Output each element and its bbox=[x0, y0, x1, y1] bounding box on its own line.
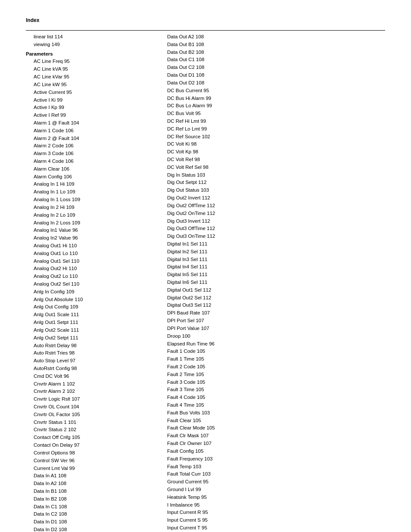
list-item: DC Volt Ki 98 bbox=[159, 140, 284, 148]
list-item: DPI Port Value 107 bbox=[159, 325, 284, 333]
right-column: Data Out A2 108Data Out B1 108Data Out B… bbox=[155, 33, 284, 532]
list-item: Droop 100 bbox=[159, 333, 284, 340]
list-item: Dig Out3 OnTime 112 bbox=[159, 233, 284, 240]
list-item: Analog In 1 Lo 109 bbox=[26, 188, 146, 196]
list-item: Contact Off Cnfg 105 bbox=[26, 434, 146, 442]
list-item: Analog Out1 Sel 110 bbox=[26, 258, 146, 265]
list-item: Analog Out2 Hi 110 bbox=[26, 265, 146, 273]
list-item: Digital In4 Sel 111 bbox=[159, 263, 284, 271]
list-item: Anlg Out Absolute 110 bbox=[26, 296, 146, 304]
list-item: DC Bus Volt 95 bbox=[159, 110, 284, 118]
list-item: Analog In1 Value 96 bbox=[26, 227, 146, 234]
list-item: Anlg Out Config 109 bbox=[26, 303, 146, 311]
list-item: Contact On Delay 97 bbox=[26, 442, 146, 449]
list-item: Auto Rstrt Delay 98 bbox=[26, 342, 146, 350]
list-item: Fault 1 Code 105 bbox=[159, 348, 284, 355]
list-item: Anlg In Config 109 bbox=[26, 288, 146, 296]
list-item: Fault Total Curr 103 bbox=[159, 470, 284, 478]
list-item: Digital In2 Sel 111 bbox=[159, 248, 284, 256]
list-item: Data In A2 108 bbox=[26, 480, 146, 488]
list-item: Control SW Ver 96 bbox=[26, 457, 146, 465]
list-item: Dig Out2 OffTime 112 bbox=[159, 202, 284, 210]
list-item: Analog In2 Value 96 bbox=[26, 234, 146, 242]
list-item: linear list 114 bbox=[26, 33, 146, 41]
list-item: Cnvrtr Logic Rslt 107 bbox=[26, 395, 146, 403]
page-container: Index linear list 114viewing 149Paramete… bbox=[0, 0, 411, 532]
list-item: Fault Clr Owner 107 bbox=[159, 440, 284, 448]
list-item: Digital Out1 Sel 112 bbox=[159, 286, 284, 294]
list-item: Data In C1 108 bbox=[26, 503, 146, 511]
list-item: Data Out C2 108 bbox=[159, 64, 284, 72]
list-item: Alarm 3 Code 106 bbox=[26, 150, 146, 158]
list-item: Active I Ki 99 bbox=[26, 96, 146, 104]
list-item: Data In B1 108 bbox=[26, 488, 146, 495]
list-item: Analog In 1 Loss 109 bbox=[26, 196, 146, 204]
left-column: linear list 114viewing 149ParametersAC L… bbox=[26, 33, 155, 532]
list-item: Fault 1 Time 105 bbox=[159, 355, 284, 363]
list-item: Fault 2 Code 105 bbox=[159, 363, 284, 371]
list-item: Digital In1 Sel 111 bbox=[159, 240, 284, 248]
list-item: Analog In 2 Loss 109 bbox=[26, 219, 146, 227]
list-item: Digital In5 Sel 111 bbox=[159, 271, 284, 279]
header-label: Index bbox=[26, 17, 385, 23]
list-item: Dig Out3 OffTime 112 bbox=[159, 225, 284, 233]
list-item: Alarm 4 Code 106 bbox=[26, 158, 146, 165]
list-item: Digital In6 Sel 111 bbox=[159, 279, 284, 286]
list-item: DC Bus Hi Alarm 99 bbox=[159, 95, 284, 103]
list-item: Alarm Config 106 bbox=[26, 173, 146, 181]
list-item: Dig Out2 Invert 112 bbox=[159, 194, 284, 202]
list-item: Cmd DC Volt 96 bbox=[26, 373, 146, 380]
list-item: Data Out B2 108 bbox=[159, 49, 284, 56]
list-item: Active I Ref 99 bbox=[26, 112, 146, 119]
list-item: AC Line Freq 95 bbox=[26, 58, 146, 65]
list-item: Data Out D1 108 bbox=[159, 72, 284, 79]
list-item: DPI Baud Rate 107 bbox=[159, 309, 284, 317]
list-item: Data In D1 108 bbox=[26, 518, 146, 526]
list-item: I Imbalance 95 bbox=[159, 501, 284, 509]
list-item: Digital Out3 Sel 112 bbox=[159, 302, 284, 309]
list-item: Auto Stop Level 97 bbox=[26, 357, 146, 365]
list-item: Data Out D2 108 bbox=[159, 79, 284, 87]
content-area: linear list 114viewing 149ParametersAC L… bbox=[26, 33, 385, 532]
list-item: Dig Out2 OnTime 112 bbox=[159, 210, 284, 218]
list-item: Alarm 2 @ Fault 104 bbox=[26, 135, 146, 143]
list-item: Alarm 1 Code 106 bbox=[26, 127, 146, 135]
list-item: Analog Out2 Sel 110 bbox=[26, 280, 146, 288]
list-item: AC Line kW 95 bbox=[26, 81, 146, 89]
header-rule bbox=[26, 30, 385, 31]
list-item: AutoRstrt Config 98 bbox=[26, 365, 146, 373]
list-item: DPI Port Sel 107 bbox=[159, 317, 284, 325]
list-item: viewing 149 bbox=[26, 41, 146, 49]
list-item: Fault 2 Time 105 bbox=[159, 371, 284, 379]
list-item: Fault 3 Time 105 bbox=[159, 386, 284, 394]
list-item: DC Ref Hi Lmt 99 bbox=[159, 118, 284, 125]
list-item: Active Current 95 bbox=[26, 89, 146, 96]
list-item: Alarm 1 @ Fault 104 bbox=[26, 119, 146, 127]
list-item: Heatsink Temp 95 bbox=[159, 494, 284, 501]
list-item: Fault 4 Time 105 bbox=[159, 401, 284, 409]
list-item: Ground I Lvl 99 bbox=[159, 486, 284, 494]
list-item: Cnvrtr Status 2 102 bbox=[26, 426, 146, 434]
list-item: AC Line kVar 95 bbox=[26, 73, 146, 81]
list-item: Anlg Out1 Scale 111 bbox=[26, 311, 146, 319]
list-item: Ground Current 95 bbox=[159, 478, 284, 486]
list-item: Fault Temp 103 bbox=[159, 463, 284, 471]
list-item: Digital In3 Sel 111 bbox=[159, 256, 284, 264]
list-item: Cnvrtr Alarm 2 102 bbox=[26, 388, 146, 395]
list-item: Fault Bus Volts 103 bbox=[159, 409, 284, 417]
list-item: Control Options 98 bbox=[26, 449, 146, 457]
list-item: Parameters bbox=[26, 50, 146, 58]
list-item: Analog Out1 Hi 110 bbox=[26, 242, 146, 250]
list-item: Cnvrtr Status 1 101 bbox=[26, 419, 146, 426]
list-item: Dig In Status 103 bbox=[159, 171, 284, 179]
list-item: Data Out C1 108 bbox=[159, 56, 284, 64]
list-item: Dig Out3 Invert 112 bbox=[159, 218, 284, 225]
list-item: Analog Out2 Lo 110 bbox=[26, 273, 146, 280]
list-item: Data In B2 108 bbox=[26, 495, 146, 503]
list-item: Fault Clr Mask 107 bbox=[159, 432, 284, 440]
list-item: Data In C2 108 bbox=[26, 510, 146, 518]
list-item: Fault Config 105 bbox=[159, 448, 284, 455]
list-item: Fault 4 Code 105 bbox=[159, 394, 284, 401]
list-item: Anlg Out1 Setpt 111 bbox=[26, 319, 146, 327]
list-item: Dig Out Setpt 112 bbox=[159, 179, 284, 187]
